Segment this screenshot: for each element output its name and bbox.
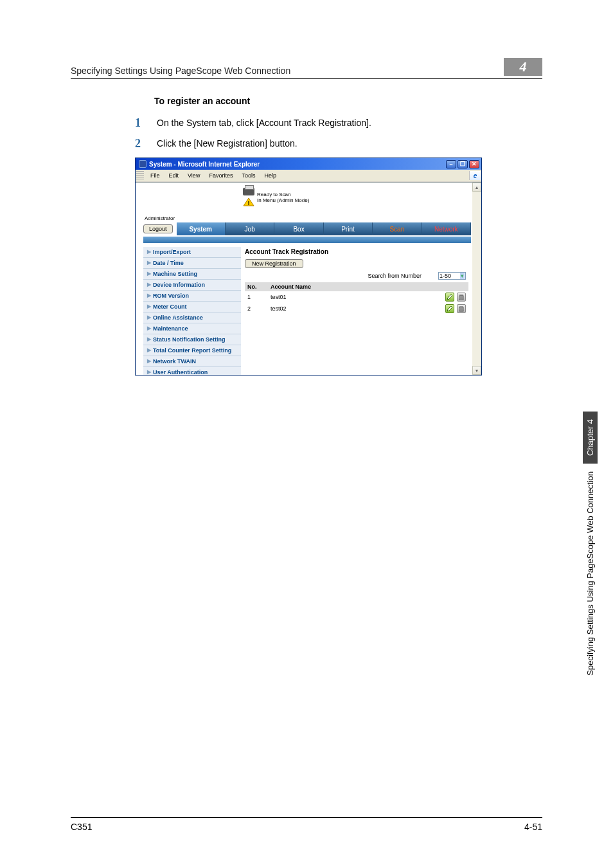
titlebar: System - Microsoft Internet Explorer – ❐… (136, 158, 481, 170)
svg-rect-6 (459, 307, 463, 311)
edit-icon[interactable] (445, 304, 454, 313)
cell-name: test02 (268, 303, 438, 314)
search-from-number-label: Search from Number (368, 273, 422, 279)
status-row: ! Ready to Scan In Menu (Admin Mode) (243, 188, 471, 206)
sidebar-item-machine-setting[interactable]: ▶Machine Setting (143, 269, 241, 280)
sidebar-item-label: Online Assistance (153, 314, 203, 321)
sidebar-item-device-information[interactable]: ▶Device Information (143, 280, 241, 291)
sidebar-item-import-export[interactable]: ▶Import/Export (143, 247, 241, 258)
menu-favorites[interactable]: Favorites (205, 172, 236, 179)
sidebar-item-label: Network TWAIN (153, 358, 196, 365)
chapter-number-badge: 4 (504, 58, 542, 76)
sidebar-item-label: Import/Export (153, 249, 191, 255)
ie-logo-icon: e (469, 171, 481, 180)
step-number: 2 (135, 137, 157, 150)
sidebar-item-online-assistance[interactable]: ▶Online Assistance (143, 312, 241, 323)
page-header-title: Specifying Settings Using PageScope Web … (71, 66, 290, 76)
sidebar-item-maintenance[interactable]: ▶Maintenance (143, 323, 241, 334)
menu-view[interactable]: View (184, 172, 204, 179)
sidebar-item-user-authentication[interactable]: ▶User Authentication (143, 367, 241, 375)
sidebar-item-label: Meter Count (153, 303, 187, 310)
tab-print[interactable]: Print (324, 222, 373, 235)
vertical-scrollbar[interactable]: ▲ ▼ (472, 183, 481, 375)
sidebar: ▶Import/Export ▶Date / Time ▶Machine Set… (143, 247, 241, 375)
menu-file[interactable]: File (147, 172, 164, 179)
sidebar-item-rom-version[interactable]: ▶ROM Version (143, 291, 241, 302)
sidebar-item-label: Status Notification Setting (153, 336, 226, 343)
delete-icon[interactable] (457, 293, 466, 302)
tabs-row: Logout System Job Box Print Scan Network (143, 222, 471, 235)
sidebar-item-label: Total Counter Report Setting (153, 347, 231, 354)
sidebar-item-status-notification[interactable]: ▶Status Notification Setting (143, 334, 241, 345)
sidebar-item-label: User Authentication (153, 369, 208, 375)
step-2: 2 Click the [New Registration] button. (135, 137, 542, 150)
footer-rule (71, 817, 542, 818)
sidebar-item-network-twain[interactable]: ▶Network TWAIN (143, 356, 241, 367)
browser-window: System - Microsoft Internet Explorer – ❐… (135, 158, 482, 375)
tab-network[interactable]: Network (422, 222, 471, 235)
cell-name: test01 (268, 291, 438, 303)
toolbar-grip (136, 171, 144, 180)
table-row: 1 test01 (245, 291, 468, 303)
cell-no: 2 (245, 303, 268, 314)
close-button[interactable]: ✕ (469, 160, 479, 168)
content-title: Account Track Registration (245, 248, 468, 255)
step-number: 1 (135, 116, 157, 129)
col-account-name: Account Name (268, 282, 438, 291)
delete-icon[interactable] (457, 304, 466, 313)
range-select[interactable]: 1-50 (438, 272, 466, 280)
printer-icon (243, 188, 254, 195)
sidebar-item-meter-count[interactable]: ▶Meter Count (143, 302, 241, 312)
ie-icon (139, 160, 147, 168)
svg-rect-2 (459, 296, 463, 300)
step-1: 1 On the System tab, click [Account Trac… (135, 116, 542, 129)
tab-system[interactable]: System (177, 222, 226, 235)
menu-tools[interactable]: Tools (238, 172, 259, 179)
sidebar-item-date-time[interactable]: ▶Date / Time (143, 258, 241, 269)
scroll-down-icon[interactable]: ▼ (472, 366, 481, 375)
step-text: Click the [New Registration] button. (157, 137, 298, 149)
col-no: No. (245, 282, 268, 291)
menubar: File Edit View Favorites Tools Help e (136, 170, 481, 182)
menu-edit[interactable]: Edit (165, 172, 183, 179)
sidebar-item-label: Device Information (153, 282, 205, 288)
edit-icon[interactable] (445, 293, 454, 302)
tab-job[interactable]: Job (226, 222, 274, 235)
warning-icon: ! (243, 197, 254, 206)
footer-page-number: 4-51 (524, 822, 542, 832)
section-heading: To register an account (154, 96, 542, 106)
tab-underbar (143, 237, 471, 243)
account-table: No. Account Name 1 test01 (245, 282, 468, 314)
status-line-1: Ready to Scan (257, 192, 309, 197)
scroll-up-icon[interactable]: ▲ (472, 183, 481, 192)
sidebar-item-label: Maintenance (153, 325, 188, 332)
header-rule (71, 78, 542, 79)
tab-scan[interactable]: Scan (373, 222, 422, 235)
menu-help[interactable]: Help (260, 172, 280, 179)
table-row: 2 test02 (245, 303, 468, 314)
sidebar-item-label: Machine Setting (153, 271, 197, 277)
logout-button[interactable]: Logout (143, 224, 173, 233)
status-line-2: In Menu (Admin Mode) (257, 197, 309, 203)
sidebar-item-label: Date / Time (153, 260, 184, 266)
sidebar-item-label: ROM Version (153, 293, 189, 299)
minimize-button[interactable]: – (446, 160, 456, 168)
cell-no: 1 (245, 291, 268, 303)
footer-model: C351 (71, 822, 92, 832)
maximize-button[interactable]: ❐ (458, 160, 468, 168)
svg-text:!: ! (248, 200, 250, 206)
side-tab-chapter: Chapter 4 (583, 411, 598, 464)
admin-label: Administrator (145, 215, 471, 221)
window-title: System - Microsoft Internet Explorer (149, 161, 260, 168)
side-tab-section: Specifying Settings Using PageScope Web … (583, 469, 598, 678)
new-registration-button[interactable]: New Registration (245, 259, 303, 268)
step-text: On the System tab, click [Account Track … (157, 116, 371, 128)
tab-box[interactable]: Box (274, 222, 323, 235)
sidebar-item-total-counter-report[interactable]: ▶Total Counter Report Setting (143, 345, 241, 356)
